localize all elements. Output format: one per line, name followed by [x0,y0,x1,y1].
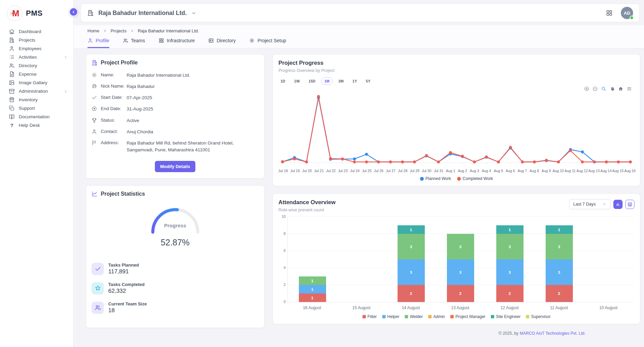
legend-item-supervisor[interactable]: Supervisor [526,314,550,319]
attendance-controls: Last 7 Days [569,199,634,209]
x-tick-label: Aug 14 [600,169,612,173]
x-tick-label: Aug 1 [445,169,456,173]
stat-value: 117,891 [108,268,139,275]
field-label: End Date: [101,106,127,111]
tab-project-setup[interactable]: Project Setup [249,38,286,48]
bar-segment-fitter: 2 [398,285,425,302]
x-tick-label: Jul 26 [373,169,385,173]
bar-stack: 2331 [546,225,573,302]
time-range-selector: 1D1W15D1M3M1Y5Y [277,77,640,85]
y-tick-label: 8 [277,231,286,236]
range-1y[interactable]: 1Y [349,77,360,85]
stat-text: Tasks Completed62,332 [108,282,145,295]
sidebar-item-image-gallary[interactable]: Image Gallary [0,78,73,87]
flag-icon [92,140,101,146]
trophy-icon [92,117,101,123]
legend-item-welder[interactable]: Welder [405,314,423,319]
idcard-icon [208,38,214,43]
y-tick-label: 2 [277,283,286,287]
menu-icon[interactable] [627,86,632,92]
sidebar-item-dashboard[interactable]: Dashboard [0,27,73,36]
sidebar-item-inventory[interactable]: Inventory [0,95,73,104]
user-icon [9,46,15,51]
pan-icon[interactable] [610,86,615,92]
tab-directory[interactable]: Directory [208,38,236,48]
legend-marker [428,315,432,318]
x-tick-label: Jul 21 [313,169,325,173]
legend-marker [457,177,461,181]
stat-label: Current Team Size [108,301,147,306]
company-selector[interactable]: Raja Bahadur International Ltd. [87,10,196,17]
tab-infrastructure[interactable]: Infrastructure [159,38,195,48]
bar-segment-welder: 3 [398,234,425,259]
sidebar-item-projects[interactable]: Projects [0,36,73,44]
store-icon [9,97,15,103]
legend-item-completed-work[interactable]: Completed Work [457,176,493,181]
bar-chart-view-button[interactable] [613,200,623,209]
bar-segment-helper: 3 [447,259,474,285]
legend-marker [363,315,366,318]
sidebar-item-directory[interactable]: Directory [0,61,73,70]
zoom-out-icon[interactable] [593,86,598,92]
modify-details-button[interactable]: Modify Details [155,161,195,172]
y-tick-label: 10 [277,214,286,218]
legend-marker [450,315,454,318]
legend-item-site-engineer[interactable]: Site Engineer [491,314,520,319]
footer-company-link[interactable]: MARCO AIoT Technologies Pvt. Ltd. [520,331,585,336]
sidebar-item-employees[interactable]: Employees [0,44,73,53]
reset-zoom-icon[interactable] [618,86,623,92]
stat-tasks-completed: Tasks Completed62,332 [86,278,264,298]
tab-profile[interactable]: Profile [87,38,109,48]
breadcrumb-item[interactable]: Projects [111,28,127,33]
legend-label: Planned Work [425,176,451,181]
x-tick-label: Jul 22 [325,169,337,173]
breadcrumb-item[interactable]: Home [87,28,99,33]
range-1w[interactable]: 1W [291,77,303,85]
legend-item-admin[interactable]: Admin [428,314,445,319]
users-icon [92,302,104,314]
legend-item-planned-work[interactable]: Planned Work [420,176,451,181]
home-icon [9,29,15,34]
range-1m[interactable]: 1M [321,77,333,85]
bar-chart-legend: FitterHelperWelderAdminProject ManagerSi… [273,310,640,324]
range-5y[interactable]: 5Y [363,77,374,85]
table-view-button[interactable] [625,200,634,209]
bar-segment-welder: 3 [447,234,474,259]
x-tick-label: Aug 4 [480,169,492,173]
legend-label: Fitter [368,314,377,319]
sidebar-collapse-button[interactable] [69,7,78,16]
x-tick-label: Jul 19 [289,169,301,173]
range-15d[interactable]: 15D [305,77,319,85]
apps-grid-button[interactable] [606,10,613,16]
sidebar-item-expense[interactable]: Expense [0,70,73,78]
selection-zoom-icon[interactable] [601,86,606,92]
legend-item-fitter[interactable]: Fitter [363,314,377,319]
sidebar-item-label: Projects [19,37,68,43]
tab-label: Project Setup [257,38,286,43]
legend-item-project-manager[interactable]: Project Manager [450,314,485,319]
sidebar-item-documentation[interactable]: Documentation [0,112,73,121]
sidebar-item-help-desk[interactable]: ?Help Desk [0,121,73,130]
x-tick-label: Aug 6 [504,169,516,173]
date-range-select[interactable]: Last 7 Days [569,199,611,209]
help-icon: ? [9,122,15,128]
legend-item-helper[interactable]: Helper [382,314,399,319]
tab-teams[interactable]: Teams [123,38,145,48]
target-icon [92,106,101,111]
x-tick-label: Aug 10 [552,169,564,173]
sidebar-item-support[interactable]: Support [0,104,73,112]
stat-value: 18 [108,307,147,314]
sidebar-item-activities[interactable]: Activities [0,53,73,61]
range-3m[interactable]: 3M [335,77,347,85]
statistics-list: Tasks Planned117,891Tasks Completed62,33… [86,259,264,317]
gear-icon [249,38,255,43]
x-tick-label: Aug 13 [588,169,600,173]
bar-segment-helper: 3 [496,259,524,285]
sidebar-item-administration[interactable]: Administration [0,87,73,95]
x-tick-label: Aug 11 [564,169,576,173]
project-profile-title: Project Profile [101,60,138,66]
range-1d[interactable]: 1D [277,77,289,85]
bar-column-13-august: 233 [436,217,485,302]
user-avatar[interactable]: AD [621,7,633,19]
zoom-in-icon[interactable] [584,86,589,92]
